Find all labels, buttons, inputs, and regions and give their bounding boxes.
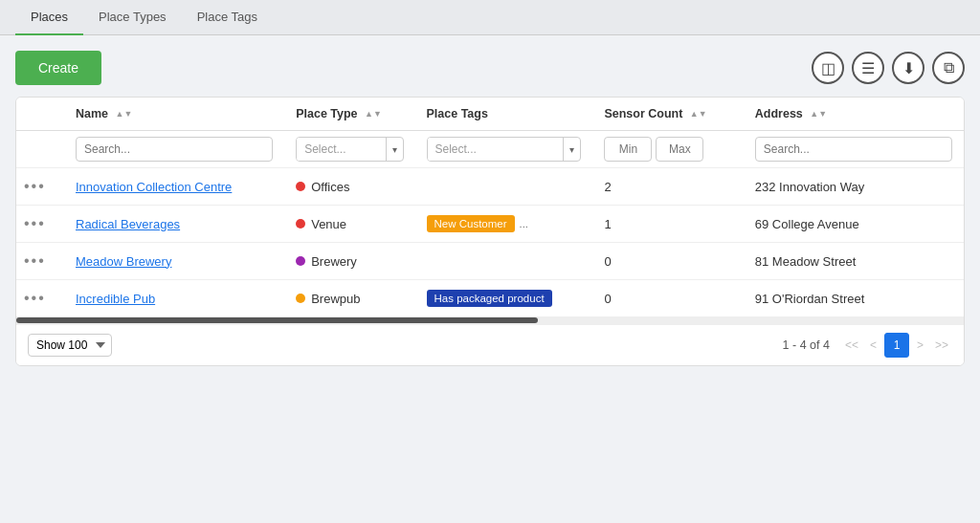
pagination-info: 1 - 4 of 4 <box>783 338 830 352</box>
sensor-count-cell: 0 <box>592 280 743 317</box>
sensor-max-input[interactable] <box>656 137 703 162</box>
grid-icon: ◫ <box>821 59 835 77</box>
place-type-dot <box>296 182 305 191</box>
address-cell: 232 Innovation Way <box>744 168 964 206</box>
col-actions <box>16 98 64 131</box>
list-icon: ☰ <box>861 59 875 77</box>
sort-sensor-icon: ▲▼ <box>690 110 707 119</box>
name-search-input[interactable] <box>76 137 273 162</box>
sensor-count-cell: 2 <box>592 168 743 206</box>
toolbar-icon-group: ◫ ☰ ⬇ ⧉ <box>812 52 965 84</box>
place-name-link[interactable]: Radical Beverages <box>76 217 180 231</box>
place-type-cell: Venue <box>284 206 414 243</box>
copy-icon-button[interactable]: ⧉ <box>932 52 965 84</box>
row-actions-dots[interactable]: ••• <box>16 280 64 317</box>
download-icon: ⬇ <box>902 59 915 77</box>
horizontal-scrollbar[interactable] <box>16 316 964 324</box>
table-body: •••Innovation Collection CentreOffices22… <box>16 168 964 317</box>
col-place-type[interactable]: Place Type ▲▼ <box>284 98 414 131</box>
place-tags-cell <box>415 168 593 206</box>
sensor-min-input[interactable] <box>604 137 652 162</box>
scrollbar-thumb[interactable] <box>16 317 538 323</box>
place-tags-filter-wrap: Select... ▾ <box>427 137 582 162</box>
col-sensor-count[interactable]: Sensor Count ▲▼ <box>592 98 743 131</box>
page-1-button[interactable]: 1 <box>884 333 909 358</box>
place-name-link[interactable]: Meadow Brewery <box>76 254 171 269</box>
place-type-dot <box>296 219 305 229</box>
col-place-tags: Place Tags <box>415 98 593 131</box>
place-name-link[interactable]: Innovation Collection Centre <box>76 180 232 194</box>
copy-icon: ⧉ <box>944 59 954 76</box>
place-name-link[interactable]: Incredible Pub <box>76 292 155 306</box>
filter-sensor-cell <box>592 131 743 168</box>
sensor-count-cell: 0 <box>592 243 743 280</box>
pagination: 1 - 4 of 4 << < 1 > >> <box>783 333 952 358</box>
filter-row: Select... ▾ Select... <box>16 131 964 168</box>
row-actions-dots[interactable]: ••• <box>16 206 64 243</box>
address-cell: 91 O'Riordan Street <box>744 280 964 317</box>
place-name-cell: Innovation Collection Centre <box>64 168 284 206</box>
filter-tags-cell: Select... ▾ <box>415 131 593 168</box>
sort-name-icon: ▲▼ <box>116 110 133 119</box>
top-navigation: Places Place Types Place Tags <box>0 0 980 35</box>
table-row: •••Meadow BreweryBrewery081 Meadow Stree… <box>16 243 964 280</box>
place-tag-badge: Has packaged product <box>427 290 552 307</box>
tab-place-types[interactable]: Place Types <box>83 0 182 35</box>
place-type-cell: Brewpub <box>284 280 414 317</box>
place-type-dot <box>296 256 305 266</box>
sort-address-icon: ▲▼ <box>810 110 827 119</box>
main-content: Create ◫ ☰ ⬇ ⧉ Name <box>0 35 980 381</box>
prev-page-button[interactable]: < <box>866 338 880 352</box>
row-actions-dots[interactable]: ••• <box>16 243 64 280</box>
place-type-label: Offices <box>311 180 349 194</box>
last-page-button[interactable]: >> <box>931 338 952 352</box>
show-rows-wrap: Show 100 <box>28 334 112 357</box>
place-type-label: Brewery <box>311 254 357 269</box>
filter-type-cell: Select... ▾ <box>284 131 414 168</box>
tab-place-tags[interactable]: Place Tags <box>182 0 273 35</box>
place-type-cell: Offices <box>284 168 414 206</box>
table-row: •••Incredible PubBrewpubHas packaged pro… <box>16 280 964 317</box>
show-rows-select[interactable]: Show 100 <box>28 334 112 357</box>
places-table-container: Name ▲▼ Place Type ▲▼ Place Tags Sensor … <box>15 97 965 366</box>
place-name-cell: Radical Beverages <box>64 206 284 243</box>
place-tags-cell: New Customer ... <box>415 206 593 243</box>
first-page-button[interactable]: << <box>841 338 862 352</box>
place-tag-badge: New Customer <box>427 215 515 232</box>
list-icon-button[interactable]: ☰ <box>852 52 884 84</box>
create-button[interactable]: Create <box>15 51 101 85</box>
address-cell: 81 Meadow Street <box>744 243 964 280</box>
table-scroll-area[interactable]: Name ▲▼ Place Type ▲▼ Place Tags Sensor … <box>16 98 964 316</box>
sort-type-icon: ▲▼ <box>365 110 382 119</box>
place-type-label: Brewpub <box>311 292 360 306</box>
chevron-down-icon-2: ▾ <box>564 144 580 155</box>
place-tags-cell <box>415 243 593 280</box>
place-tags-select[interactable]: Select... <box>428 138 564 161</box>
row-actions-dots[interactable]: ••• <box>16 168 64 206</box>
place-type-select[interactable]: Select... <box>297 138 385 161</box>
tab-places[interactable]: Places <box>15 0 83 35</box>
chevron-down-icon: ▾ <box>387 144 403 155</box>
places-table: Name ▲▼ Place Type ▲▼ Place Tags Sensor … <box>16 98 964 316</box>
address-cell: 69 College Avenue <box>744 206 964 243</box>
tag-ellipsis: ... <box>517 218 528 229</box>
col-name[interactable]: Name ▲▼ <box>64 98 284 131</box>
toolbar: Create ◫ ☰ ⬇ ⧉ <box>15 51 965 85</box>
filter-actions-cell <box>16 131 64 168</box>
sensor-filter-group <box>604 137 731 162</box>
col-address[interactable]: Address ▲▼ <box>744 98 964 131</box>
table-row: •••Innovation Collection CentreOffices22… <box>16 168 964 206</box>
place-type-dot <box>296 294 305 303</box>
next-page-button[interactable]: > <box>913 338 927 352</box>
place-tags-cell: Has packaged product <box>415 280 593 317</box>
place-type-cell: Brewery <box>284 243 414 280</box>
address-search-input[interactable] <box>755 137 952 162</box>
place-name-cell: Incredible Pub <box>64 280 284 317</box>
grid-icon-button[interactable]: ◫ <box>812 52 844 84</box>
place-name-cell: Meadow Brewery <box>64 243 284 280</box>
table-footer: Show 100 1 - 4 of 4 << < 1 > >> <box>16 324 964 365</box>
download-icon-button[interactable]: ⬇ <box>892 52 924 84</box>
filter-name-cell <box>64 131 284 168</box>
table-row: •••Radical BeveragesVenueNew Customer ..… <box>16 206 964 243</box>
filter-address-cell <box>744 131 964 168</box>
